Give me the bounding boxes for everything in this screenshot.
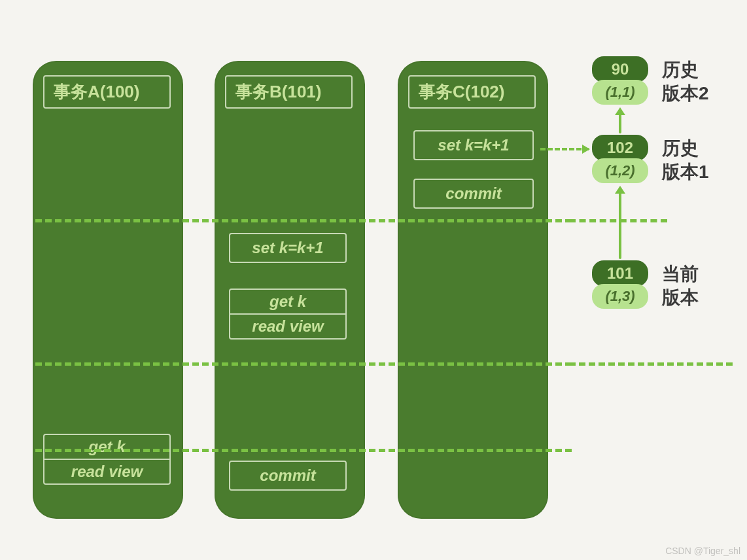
op-commit: commit <box>229 461 347 491</box>
op-read-view: read view <box>230 313 345 338</box>
version-id: 101 <box>592 260 648 287</box>
version-label: 版本1 <box>662 160 709 184</box>
version-id: 90 <box>592 56 648 82</box>
op-get-k: get k <box>230 290 345 313</box>
watermark-text: CSDN @Tiger_shl <box>665 546 740 556</box>
version-label: 版本 <box>662 285 699 310</box>
transaction-a-title: 事务A(100) <box>43 75 171 109</box>
op-read-view: read view <box>44 459 169 483</box>
timeline-divider-1 <box>35 219 572 222</box>
version-label: 历史 <box>662 136 699 161</box>
transaction-a-read-block: get k read view <box>43 434 171 485</box>
op-get-k: get k <box>44 435 169 459</box>
timeline-divider-2-ext <box>569 362 733 366</box>
transaction-c-title: 事务C(102) <box>408 75 536 109</box>
version-history-1: 102 (1,2) <box>592 135 648 183</box>
transaction-b-read-block: get k read view <box>229 289 347 340</box>
version-history-2: 90 (1,1) <box>592 56 648 105</box>
op-commit: commit <box>413 179 534 209</box>
timeline-divider-1-ext <box>569 219 667 222</box>
version-data: (1,3) <box>592 284 648 309</box>
transaction-b-title: 事务B(101) <box>225 75 353 109</box>
timeline-divider-2 <box>35 362 572 366</box>
version-label: 版本2 <box>662 81 709 106</box>
arrow-right-icon <box>540 148 589 150</box>
arrow-up-icon <box>619 187 621 259</box>
timeline-divider-3 <box>35 449 572 452</box>
version-label: 历史 <box>662 58 699 82</box>
op-set-k: set k=k+1 <box>413 130 534 160</box>
op-set-k: set k=k+1 <box>229 233 347 263</box>
version-id: 102 <box>592 135 648 161</box>
version-current: 101 (1,3) <box>592 260 648 309</box>
diagram-canvas: 事务A(100) get k read view 事务B(101) set k=… <box>0 0 747 560</box>
version-data: (1,1) <box>592 80 648 105</box>
version-label: 当前 <box>662 262 699 287</box>
arrow-up-icon <box>619 109 621 133</box>
version-data: (1,2) <box>592 158 648 183</box>
